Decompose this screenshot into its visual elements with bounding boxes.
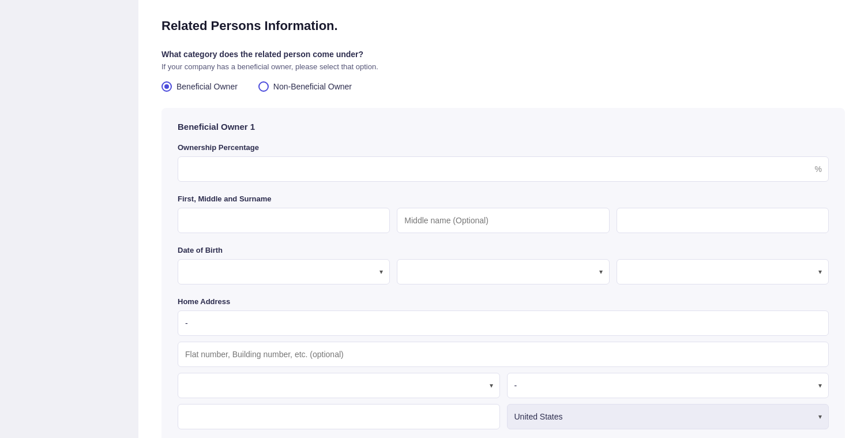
non-beneficial-owner-label: Non-Beneficial Owner — [273, 82, 352, 91]
dob-year-select[interactable] — [617, 259, 829, 284]
main-content: Related Persons Information. What catego… — [138, 0, 868, 438]
percent-symbol: % — [815, 164, 822, 174]
country-wrapper: United States United Kingdom Canada Aust… — [507, 404, 829, 429]
dob-row: ▾ ▾ ▾ — [178, 259, 829, 284]
first-name-input[interactable] — [178, 208, 390, 233]
last-name-input[interactable] — [617, 208, 829, 233]
zip-country-row: United States United Kingdom Canada Aust… — [178, 404, 829, 429]
dob-label: Date of Birth — [178, 246, 829, 254]
sidebar — [0, 0, 138, 438]
page-title: Related Persons Information. — [161, 18, 845, 33]
address-state-select[interactable]: - — [507, 373, 829, 398]
beneficial-owner-radio[interactable] — [161, 81, 172, 92]
ownership-label: Ownership Percentage — [178, 143, 829, 152]
address-city-state-row: ▾ - ▾ — [178, 373, 829, 398]
category-question: What category does the related person co… — [161, 50, 845, 59]
card-title: Beneficial Owner 1 — [178, 122, 829, 132]
dob-day-wrapper: ▾ — [178, 259, 390, 284]
country-select[interactable]: United States United Kingdom Canada Aust… — [507, 404, 829, 429]
ownership-input-wrapper: % — [178, 156, 829, 182]
zip-input[interactable] — [178, 404, 500, 429]
name-group: First, Middle and Surname — [178, 194, 829, 233]
non-beneficial-owner-option[interactable]: Non-Beneficial Owner — [258, 81, 352, 92]
dob-month-select[interactable] — [397, 259, 609, 284]
name-row — [178, 208, 829, 233]
beneficial-owner-card: Beneficial Owner 1 Ownership Percentage … — [161, 108, 845, 438]
non-beneficial-owner-radio[interactable] — [258, 81, 269, 92]
address-line2-input[interactable] — [178, 342, 829, 367]
address-state-wrapper: - ▾ — [507, 373, 829, 398]
dob-year-wrapper: ▾ — [617, 259, 829, 284]
ownership-group: Ownership Percentage % — [178, 143, 829, 182]
address-label: Home Address — [178, 297, 829, 306]
address-city-select[interactable] — [178, 373, 500, 398]
dob-month-wrapper: ▾ — [397, 259, 609, 284]
name-label: First, Middle and Surname — [178, 194, 829, 203]
beneficial-owner-label: Beneficial Owner — [176, 82, 238, 91]
beneficial-owner-option[interactable]: Beneficial Owner — [161, 81, 238, 92]
ownership-input[interactable] — [178, 156, 829, 182]
address-group: Home Address ▾ - ▾ — [178, 297, 829, 429]
category-description: If your company has a beneficial owner, … — [161, 62, 845, 71]
address-city-wrapper: ▾ — [178, 373, 500, 398]
middle-name-input[interactable] — [397, 208, 609, 233]
owner-type-radio-group: Beneficial Owner Non-Beneficial Owner — [161, 81, 845, 92]
dob-day-select[interactable] — [178, 259, 390, 284]
address-line1-input[interactable] — [178, 310, 829, 336]
dob-group: Date of Birth ▾ ▾ — [178, 246, 829, 284]
